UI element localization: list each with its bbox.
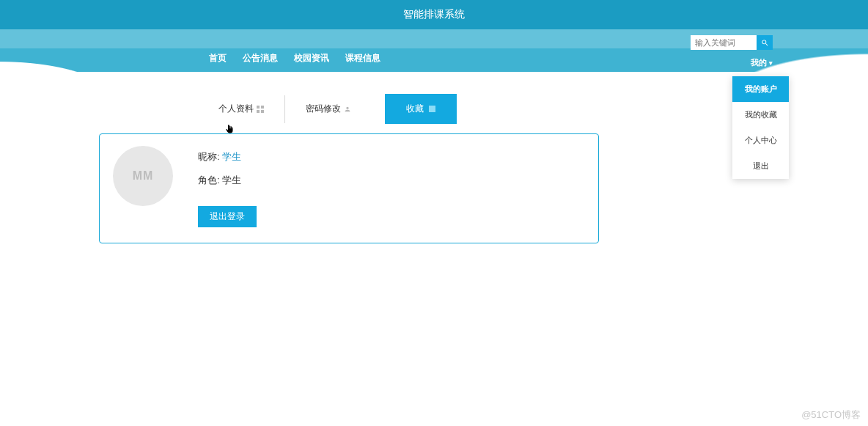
- logout-button[interactable]: 退出登录: [198, 206, 257, 227]
- avatar-text: MM: [133, 169, 154, 183]
- role-row: 角色: 学生: [198, 174, 257, 187]
- tab-profile-label: 个人资料: [218, 103, 254, 115]
- dd-item-favorites[interactable]: 我的收藏: [732, 102, 789, 128]
- tab-password-label: 密码修改: [306, 103, 341, 115]
- svg-rect-0: [257, 106, 260, 109]
- nav-item-home[interactable]: 首页: [209, 52, 227, 65]
- svg-rect-1: [261, 106, 264, 109]
- user-menu-trigger[interactable]: 我的: [751, 57, 773, 68]
- dd-item-profile[interactable]: 个人中心: [732, 128, 789, 153]
- user-icon: [344, 106, 351, 113]
- svg-rect-3: [261, 110, 264, 113]
- role-value: 学生: [222, 175, 241, 186]
- tab-divider: [284, 95, 285, 123]
- avatar: MM: [113, 146, 173, 206]
- nav-menu: 首页 公告消息 校园资讯 课程信息: [209, 52, 380, 65]
- search-input[interactable]: [691, 35, 757, 50]
- app-title: 智能排课系统: [403, 8, 465, 21]
- nick-row: 昵称: 学生: [198, 150, 257, 164]
- tab-favorites[interactable]: 收藏: [385, 94, 457, 124]
- search-icon: [761, 39, 769, 47]
- role-label: 角色:: [198, 175, 220, 186]
- tab-favorites-label: 收藏: [406, 103, 424, 115]
- nav-item-announce[interactable]: 公告消息: [243, 52, 278, 65]
- grid-icon: [257, 106, 264, 113]
- nav-item-news[interactable]: 校园资讯: [294, 52, 329, 65]
- search-button[interactable]: [757, 35, 773, 50]
- user-dropdown-menu: 我的账户 我的收藏 个人中心 退出: [732, 76, 789, 179]
- nick-label: 昵称:: [198, 151, 220, 162]
- square-icon: [429, 106, 435, 112]
- dd-item-logout[interactable]: 退出: [732, 153, 789, 179]
- dd-item-account[interactable]: 我的账户: [732, 76, 789, 102]
- search: [691, 35, 773, 50]
- tab-password[interactable]: 密码修改: [293, 95, 364, 122]
- nav-item-courses[interactable]: 课程信息: [345, 52, 380, 65]
- nav-bar: 首页 公告消息 校园资讯 课程信息 我的: [0, 29, 868, 72]
- watermark: @51CTO博客: [801, 408, 861, 422]
- profile-tabs: 个人资料 密码修改 收藏: [205, 94, 457, 124]
- decor-left: [0, 29, 191, 72]
- profile-info: 昵称: 学生 角色: 学生 退出登录: [198, 150, 257, 227]
- nick-value: 学生: [222, 151, 241, 162]
- tab-profile[interactable]: 个人资料: [205, 95, 277, 122]
- svg-rect-2: [257, 110, 260, 113]
- top-bar: 智能排课系统: [0, 0, 868, 29]
- profile-panel: MM 昵称: 学生 角色: 学生 退出登录: [99, 133, 599, 243]
- cursor-hand-icon: [224, 123, 235, 135]
